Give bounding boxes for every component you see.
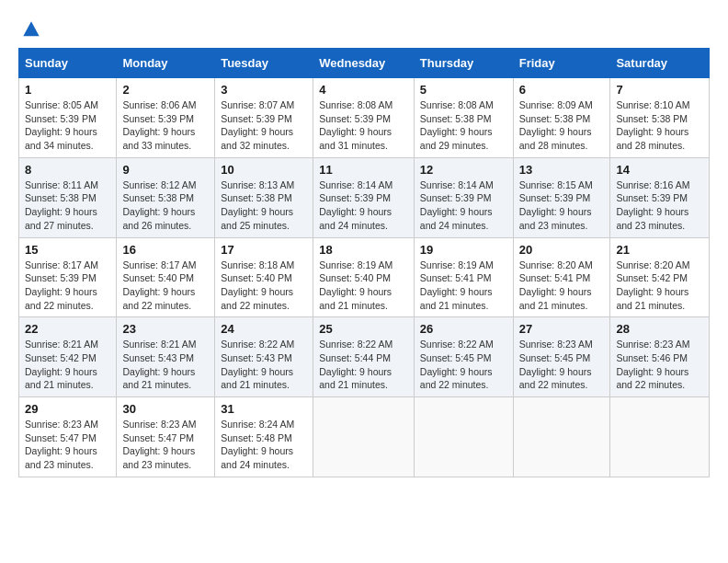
day-info: Sunrise: 8:22 AMSunset: 5:44 PMDaylight:… [319,338,408,392]
day-info: Sunrise: 8:06 AMSunset: 5:39 PMDaylight:… [122,98,209,153]
calendar-day-cell: 14Sunrise: 8:16 AMSunset: 5:39 PMDayligh… [610,157,710,237]
day-number: 28 [616,322,703,336]
day-info: Sunrise: 8:22 AMSunset: 5:43 PMDaylight:… [221,338,307,392]
calendar-day-cell: 28Sunrise: 8:23 AMSunset: 5:46 PMDayligh… [610,317,710,397]
day-number: 19 [420,243,507,257]
day-number: 14 [616,163,703,177]
calendar-header-sunday: Sunday [19,49,117,78]
day-number: 29 [25,402,110,416]
day-info: Sunrise: 8:18 AMSunset: 5:40 PMDaylight:… [221,259,307,313]
calendar-header-monday: Monday [117,49,215,78]
calendar-day-cell [513,397,610,477]
day-number: 24 [221,322,307,336]
day-info: Sunrise: 8:23 AMSunset: 5:47 PMDaylight:… [122,418,209,472]
calendar-day-cell: 21Sunrise: 8:20 AMSunset: 5:42 PMDayligh… [610,237,710,317]
calendar-day-cell: 19Sunrise: 8:19 AMSunset: 5:41 PMDayligh… [414,237,513,317]
calendar-day-cell: 17Sunrise: 8:18 AMSunset: 5:40 PMDayligh… [215,237,313,317]
calendar-day-cell: 25Sunrise: 8:22 AMSunset: 5:44 PMDayligh… [313,317,415,397]
day-info: Sunrise: 8:08 AMSunset: 5:38 PMDaylight:… [420,98,507,153]
day-number: 16 [122,243,209,257]
day-number: 30 [122,402,209,416]
calendar-day-cell: 16Sunrise: 8:17 AMSunset: 5:40 PMDayligh… [117,237,215,317]
day-info: Sunrise: 8:10 AMSunset: 5:38 PMDaylight:… [616,98,703,153]
day-info: Sunrise: 8:20 AMSunset: 5:41 PMDaylight:… [519,259,605,313]
calendar-day-cell: 27Sunrise: 8:23 AMSunset: 5:45 PMDayligh… [513,317,610,397]
logo [18,18,40,39]
day-info: Sunrise: 8:19 AMSunset: 5:40 PMDaylight:… [319,259,408,313]
day-number: 3 [221,83,307,97]
calendar-day-cell: 2Sunrise: 8:06 AMSunset: 5:39 PMDaylight… [117,78,215,158]
day-number: 4 [319,83,408,97]
calendar-day-cell [414,397,513,477]
day-info: Sunrise: 8:17 AMSunset: 5:39 PMDaylight:… [25,259,110,313]
logo-icon [22,20,40,39]
day-number: 2 [122,83,209,97]
calendar-week-row: 1Sunrise: 8:05 AMSunset: 5:39 PMDaylight… [19,78,710,158]
day-info: Sunrise: 8:13 AMSunset: 5:38 PMDaylight:… [221,178,307,233]
day-number: 12 [420,163,507,177]
calendar-day-cell: 10Sunrise: 8:13 AMSunset: 5:38 PMDayligh… [215,157,313,237]
calendar-day-cell: 24Sunrise: 8:22 AMSunset: 5:43 PMDayligh… [215,317,313,397]
day-info: Sunrise: 8:24 AMSunset: 5:48 PMDaylight:… [221,418,307,472]
calendar-header-thursday: Thursday [414,49,513,78]
calendar-day-cell: 9Sunrise: 8:12 AMSunset: 5:38 PMDaylight… [117,157,215,237]
day-number: 6 [519,83,605,97]
calendar-day-cell: 4Sunrise: 8:08 AMSunset: 5:39 PMDaylight… [313,78,415,158]
calendar-day-cell: 15Sunrise: 8:17 AMSunset: 5:39 PMDayligh… [19,237,117,317]
calendar-day-cell: 18Sunrise: 8:19 AMSunset: 5:40 PMDayligh… [313,237,415,317]
day-info: Sunrise: 8:21 AMSunset: 5:42 PMDaylight:… [25,338,110,392]
day-info: Sunrise: 8:11 AMSunset: 5:38 PMDaylight:… [25,178,110,233]
calendar-day-cell: 6Sunrise: 8:09 AMSunset: 5:38 PMDaylight… [513,78,610,158]
day-number: 7 [616,83,703,97]
day-number: 22 [25,322,110,336]
day-info: Sunrise: 8:08 AMSunset: 5:39 PMDaylight:… [319,98,408,153]
day-info: Sunrise: 8:23 AMSunset: 5:47 PMDaylight:… [25,418,110,472]
calendar-week-row: 22Sunrise: 8:21 AMSunset: 5:42 PMDayligh… [19,317,710,397]
calendar-day-cell [313,397,415,477]
day-number: 31 [221,402,307,416]
day-number: 5 [420,83,507,97]
day-info: Sunrise: 8:14 AMSunset: 5:39 PMDaylight:… [420,178,507,233]
calendar-day-cell: 22Sunrise: 8:21 AMSunset: 5:42 PMDayligh… [19,317,117,397]
day-number: 23 [122,322,209,336]
calendar-day-cell: 11Sunrise: 8:14 AMSunset: 5:39 PMDayligh… [313,157,415,237]
day-info: Sunrise: 8:09 AMSunset: 5:38 PMDaylight:… [519,98,605,153]
day-info: Sunrise: 8:07 AMSunset: 5:39 PMDaylight:… [221,98,307,153]
calendar-day-cell: 3Sunrise: 8:07 AMSunset: 5:39 PMDaylight… [215,78,313,158]
day-number: 26 [420,322,507,336]
calendar-header-friday: Friday [513,49,610,78]
calendar-day-cell: 30Sunrise: 8:23 AMSunset: 5:47 PMDayligh… [117,397,215,477]
day-info: Sunrise: 8:20 AMSunset: 5:42 PMDaylight:… [616,259,703,313]
day-info: Sunrise: 8:15 AMSunset: 5:39 PMDaylight:… [519,178,605,233]
calendar-day-cell: 29Sunrise: 8:23 AMSunset: 5:47 PMDayligh… [19,397,117,477]
calendar-day-cell: 31Sunrise: 8:24 AMSunset: 5:48 PMDayligh… [215,397,313,477]
day-info: Sunrise: 8:21 AMSunset: 5:43 PMDaylight:… [122,338,209,392]
calendar-day-cell: 12Sunrise: 8:14 AMSunset: 5:39 PMDayligh… [414,157,513,237]
calendar-day-cell: 23Sunrise: 8:21 AMSunset: 5:43 PMDayligh… [117,317,215,397]
calendar-day-cell [610,397,710,477]
day-number: 25 [319,322,408,336]
day-number: 18 [319,243,408,257]
svg-marker-0 [23,21,39,36]
calendar-week-row: 29Sunrise: 8:23 AMSunset: 5:47 PMDayligh… [19,397,710,477]
day-info: Sunrise: 8:19 AMSunset: 5:41 PMDaylight:… [420,259,507,313]
calendar-day-cell: 8Sunrise: 8:11 AMSunset: 5:38 PMDaylight… [19,157,117,237]
page-header [18,18,710,39]
day-number: 20 [519,243,605,257]
calendar-day-cell: 5Sunrise: 8:08 AMSunset: 5:38 PMDaylight… [414,78,513,158]
day-number: 8 [25,163,110,177]
calendar-week-row: 8Sunrise: 8:11 AMSunset: 5:38 PMDaylight… [19,157,710,237]
day-number: 21 [616,243,703,257]
calendar-day-cell: 13Sunrise: 8:15 AMSunset: 5:39 PMDayligh… [513,157,610,237]
day-number: 10 [221,163,307,177]
day-info: Sunrise: 8:05 AMSunset: 5:39 PMDaylight:… [25,98,110,153]
calendar-header-saturday: Saturday [610,49,710,78]
calendar-header-wednesday: Wednesday [313,49,415,78]
day-info: Sunrise: 8:16 AMSunset: 5:39 PMDaylight:… [616,178,703,233]
day-number: 27 [519,322,605,336]
day-number: 15 [25,243,110,257]
day-info: Sunrise: 8:14 AMSunset: 5:39 PMDaylight:… [319,178,408,233]
day-number: 17 [221,243,307,257]
day-number: 11 [319,163,408,177]
day-number: 1 [25,83,110,97]
